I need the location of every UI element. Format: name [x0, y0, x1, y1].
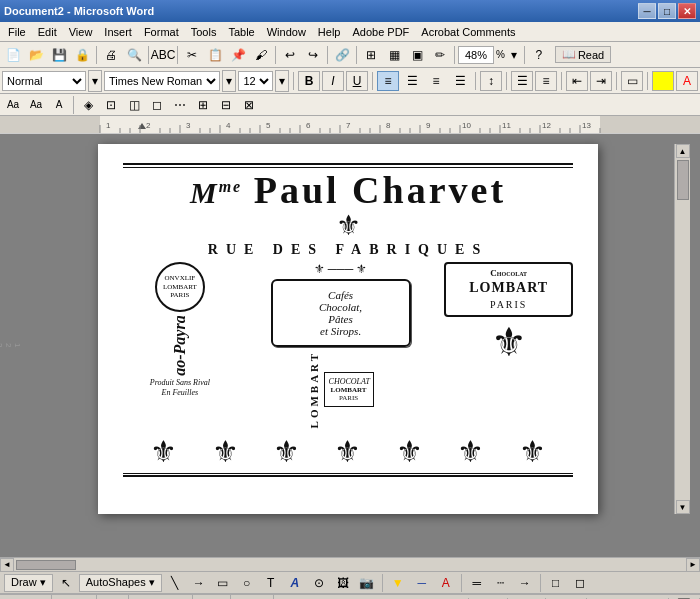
table-button[interactable]: ⊞ — [360, 44, 382, 66]
draw-toolbar: Draw ▾ ↖ AutoShapes ▾ ╲ → ▭ ○ T A ⊙ 🖼 📷 … — [0, 571, 700, 593]
menu-file[interactable]: File — [2, 24, 32, 40]
menu-acrobat-comments[interactable]: Acrobat Comments — [415, 24, 521, 40]
scroll-thumb[interactable] — [677, 160, 689, 200]
t3-btn11[interactable]: ⊠ — [238, 94, 260, 116]
t3-btn6[interactable]: ◫ — [123, 94, 145, 116]
select-arrow[interactable]: ↖ — [55, 572, 77, 594]
cut-button[interactable]: ✂ — [181, 44, 203, 66]
align-center-button[interactable]: ☰ — [401, 71, 423, 91]
arrow-tool[interactable]: → — [188, 572, 210, 594]
draw-button[interactable]: Draw ▾ — [4, 574, 53, 592]
sep-f2 — [372, 72, 373, 90]
bullets-button[interactable]: ☰ — [511, 71, 533, 91]
style-dropdown[interactable]: ▾ — [88, 70, 102, 92]
line-tool[interactable]: ╲ — [164, 572, 186, 594]
hyperlink-button[interactable]: 🔗 — [331, 44, 353, 66]
spell-button[interactable]: ABC — [152, 44, 174, 66]
redo-button[interactable]: ↪ — [302, 44, 324, 66]
3d-btn[interactable]: ◻ — [569, 572, 591, 594]
hscroll-right[interactable]: ► — [686, 558, 700, 572]
line-color-btn[interactable]: ─ — [411, 572, 433, 594]
underline-button[interactable]: U — [346, 71, 368, 91]
menu-help[interactable]: Help — [312, 24, 347, 40]
t3-btn2[interactable]: Aa — [25, 94, 47, 116]
permission-button[interactable]: 🔒 — [71, 44, 93, 66]
print-button[interactable]: 🖨 — [100, 44, 122, 66]
line-style-btn[interactable]: ═ — [466, 572, 488, 594]
open-button[interactable]: 📂 — [25, 44, 47, 66]
size-select[interactable]: 12 — [238, 71, 273, 91]
textbox-tool[interactable]: T — [260, 572, 282, 594]
t3-btn7[interactable]: ◻ — [146, 94, 168, 116]
font-color-btn2[interactable]: A — [435, 572, 457, 594]
drawing-button[interactable]: ✏ — [429, 44, 451, 66]
insert-table-button[interactable]: ▦ — [383, 44, 405, 66]
align-left-button[interactable]: ≡ — [377, 71, 399, 91]
close-button[interactable]: ✕ — [678, 3, 696, 19]
picture-tool[interactable]: 📷 — [356, 572, 378, 594]
numbering-button[interactable]: ≡ — [535, 71, 557, 91]
menu-edit[interactable]: Edit — [32, 24, 63, 40]
t3-btn1[interactable]: Aa — [2, 94, 24, 116]
style-select[interactable]: Normal — [2, 71, 86, 91]
horizontal-scrollbar[interactable]: ◄ ► — [0, 557, 700, 571]
menu-table[interactable]: Table — [222, 24, 260, 40]
menu-window[interactable]: Window — [261, 24, 312, 40]
fill-color-btn[interactable]: ▼ — [387, 572, 409, 594]
font-dropdown[interactable]: ▾ — [222, 70, 236, 92]
menu-insert[interactable]: Insert — [98, 24, 138, 40]
minimize-button[interactable]: ─ — [638, 3, 656, 19]
zoom-dropdown[interactable]: ▾ — [507, 44, 521, 66]
columns-button[interactable]: ▣ — [406, 44, 428, 66]
italic-button[interactable]: I — [322, 71, 344, 91]
scroll-down-arrow[interactable]: ▼ — [676, 500, 690, 514]
wordart-tool[interactable]: A — [284, 572, 306, 594]
menu-adobe-pdf[interactable]: Adobe PDF — [346, 24, 415, 40]
save-button[interactable]: 💾 — [48, 44, 70, 66]
maximize-button[interactable]: □ — [658, 3, 676, 19]
align-justify-button[interactable]: ☰ — [449, 71, 471, 91]
status-page-of: 1/1 — [97, 595, 129, 599]
t3-btn5[interactable]: ⊡ — [100, 94, 122, 116]
paste-button[interactable]: 📌 — [227, 44, 249, 66]
read-button[interactable]: 📖 Read — [555, 46, 611, 63]
shadow-btn[interactable]: □ — [545, 572, 567, 594]
highlight-button[interactable]: A — [652, 71, 674, 91]
document-page[interactable]: Mme Paul Charvet ⚜ RUE DES FABRIQUES ONV… — [98, 144, 598, 514]
t3-btn8[interactable]: ⋯ — [169, 94, 191, 116]
new-button[interactable]: 📄 — [2, 44, 24, 66]
arrow-style-btn[interactable]: → — [514, 572, 536, 594]
t3-btn4[interactable]: ◈ — [77, 94, 99, 116]
menu-format[interactable]: Format — [138, 24, 185, 40]
copy-button[interactable]: 📋 — [204, 44, 226, 66]
help-button[interactable]: ? — [528, 44, 550, 66]
scroll-up-arrow[interactable]: ▲ — [676, 144, 690, 158]
size-dropdown[interactable]: ▾ — [275, 70, 289, 92]
t3-btn3[interactable]: A — [48, 94, 70, 116]
format-painter[interactable]: 🖌 — [250, 44, 272, 66]
font-color-button[interactable]: A — [676, 71, 698, 91]
zoom-input[interactable] — [458, 46, 494, 64]
rect-tool[interactable]: ▭ — [212, 572, 234, 594]
oval-tool[interactable]: ○ — [236, 572, 258, 594]
menu-view[interactable]: View — [63, 24, 99, 40]
vertical-scrollbar[interactable]: ▲ ▼ — [674, 144, 690, 514]
font-select[interactable]: Times New Roman — [104, 71, 220, 91]
increase-indent[interactable]: ⇥ — [590, 71, 612, 91]
t3-btn9[interactable]: ⊞ — [192, 94, 214, 116]
align-right-button[interactable]: ≡ — [425, 71, 447, 91]
print-preview-button[interactable]: 🔍 — [123, 44, 145, 66]
dash-style-btn[interactable]: ┄ — [490, 572, 512, 594]
clipart-tool[interactable]: 🖼 — [332, 572, 354, 594]
decrease-indent[interactable]: ⇤ — [566, 71, 588, 91]
outside-border[interactable]: ▭ — [621, 71, 643, 91]
menu-tools[interactable]: Tools — [185, 24, 223, 40]
autoshapes-button[interactable]: AutoShapes ▾ — [79, 574, 162, 592]
hscroll-thumb[interactable] — [16, 560, 76, 570]
t3-btn10[interactable]: ⊟ — [215, 94, 237, 116]
bold-button[interactable]: B — [298, 71, 320, 91]
undo-button[interactable]: ↩ — [279, 44, 301, 66]
hscroll-left[interactable]: ◄ — [0, 558, 14, 572]
diagram-tool[interactable]: ⊙ — [308, 572, 330, 594]
line-spacing-button[interactable]: ↕ — [480, 71, 502, 91]
